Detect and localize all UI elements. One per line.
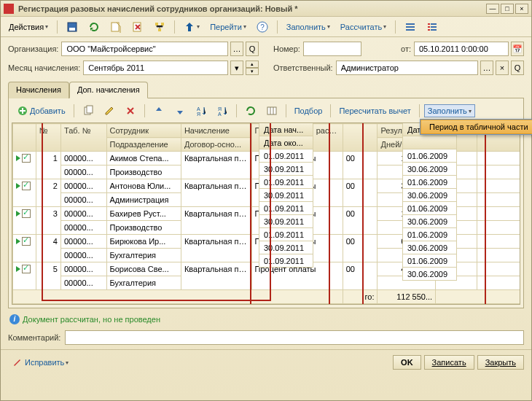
ok-button[interactable]: OK — [393, 355, 421, 370]
popup-date-cell: 01.09.2011 — [259, 254, 313, 268]
popup-date-cell: 01.09.2011 — [259, 149, 313, 163]
toolbar-nav-icon[interactable]: ▾ — [180, 19, 203, 35]
row-flag-icon — [16, 155, 20, 161]
refresh-icon[interactable] — [241, 103, 260, 119]
month-down[interactable]: ▾ — [246, 68, 259, 75]
main-toolbar: Действия▾ ▾ Перейти▾ ? Заполнить▾ Рассчи… — [1, 17, 531, 37]
sort-asc-icon[interactable]: AЯ — [192, 103, 211, 119]
calendar-icon[interactable]: 📅 — [511, 42, 524, 56]
copy-row-icon[interactable] — [79, 103, 98, 119]
toolbar-list1-icon[interactable] — [401, 19, 420, 35]
row-checkbox[interactable] — [22, 154, 31, 163]
tab-additional[interactable]: Доп. начисления — [69, 82, 148, 98]
tab-panel: Добавить AЯ ЯA Подбор Пересчитать вычет … — [8, 98, 524, 308]
number-input[interactable] — [303, 42, 361, 56]
toolbar-unpost-icon[interactable] — [128, 19, 147, 35]
delete-row-icon[interactable] — [121, 103, 140, 119]
comment-label: Комментарий: — [8, 333, 60, 342]
save-button[interactable]: Записать — [424, 355, 474, 370]
org-input[interactable] — [61, 42, 228, 56]
toolbar-list2-icon[interactable] — [423, 19, 442, 35]
end-date-cell: 30.06.2009 — [403, 268, 456, 281]
resp-input[interactable] — [336, 61, 478, 75]
columns-icon[interactable] — [262, 103, 281, 119]
app-icon — [4, 4, 14, 14]
fill-menu-period[interactable]: Период в табличной части — [420, 120, 532, 134]
org-label: Организация: — [8, 44, 58, 53]
row-checkbox[interactable] — [22, 209, 31, 218]
comment-input[interactable] — [65, 330, 524, 345]
fix-dropdown[interactable]: Исправить▾ — [8, 354, 72, 370]
move-up-icon[interactable] — [149, 103, 168, 119]
goto-menu[interactable]: Перейти▾ — [206, 20, 250, 34]
svg-text:Я: Я — [197, 112, 200, 117]
row-flag-icon — [16, 211, 20, 217]
col-contract[interactable]: Договор-осно... — [181, 138, 251, 152]
sort-desc-icon[interactable]: ЯA — [213, 103, 232, 119]
svg-rect-25 — [267, 107, 276, 114]
col-dept[interactable]: Подразделение — [106, 138, 181, 152]
row-flag-icon — [16, 238, 20, 244]
fill-dropdown-menu: Период в табличной части — [420, 119, 532, 135]
selection-button[interactable]: Подбор — [291, 104, 326, 117]
svg-rect-13 — [431, 23, 437, 25]
col-tabn[interactable]: Таб. № — [60, 124, 106, 152]
svg-rect-12 — [428, 23, 430, 25]
svg-text:A: A — [197, 106, 200, 112]
end-date-cell: 01.06.2009 — [403, 176, 456, 189]
grid: № Таб. № Сотрудник Начисление Показатели… — [12, 122, 520, 305]
row-checkbox[interactable] — [22, 237, 31, 246]
sub-toolbar: Добавить AЯ ЯA Подбор Пересчитать вычет … — [12, 101, 520, 120]
actions-menu[interactable]: Действия▾ — [5, 20, 52, 34]
resp-label: Ответственный: — [273, 63, 333, 72]
row-checkbox[interactable] — [22, 265, 31, 273]
info-icon: i — [9, 314, 20, 324]
toolbar-structure-icon[interactable] — [150, 19, 169, 35]
org-open-button[interactable]: Q — [246, 42, 259, 56]
row-flag-icon — [16, 266, 20, 272]
popup-date-cell: 01.09.2011 — [259, 228, 313, 241]
calc-menu[interactable]: Рассчитать▾ — [337, 20, 390, 34]
footer-area: i Документ рассчитан, но не проведен Ком… — [8, 313, 524, 345]
month-input[interactable] — [83, 61, 228, 75]
col-n[interactable]: № — [36, 124, 60, 152]
toolbar-post-icon[interactable] — [106, 19, 125, 35]
end-date-cell: 30.06.2009 — [403, 241, 456, 254]
svg-rect-5 — [161, 23, 164, 26]
resp-open-button[interactable]: Q — [511, 61, 524, 75]
org-select-button[interactable]: … — [230, 42, 243, 56]
month-dropdown-icon[interactable]: ▾ — [230, 61, 243, 75]
move-down-icon[interactable] — [171, 103, 189, 119]
toolbar-save-icon[interactable] — [63, 19, 82, 35]
add-row-button[interactable]: Добавить — [13, 103, 69, 119]
close-button[interactable]: × — [515, 4, 528, 14]
resp-clear-button[interactable]: × — [496, 61, 509, 75]
svg-rect-6 — [158, 28, 161, 31]
resp-select-button[interactable]: … — [480, 61, 493, 75]
col-emp[interactable]: Сотрудник — [106, 124, 181, 138]
date-input[interactable] — [414, 42, 509, 56]
end-date-cell: 30.06.2009 — [403, 163, 456, 176]
popup-date-cell: 01.09.2011 — [259, 202, 313, 215]
svg-rect-1 — [69, 28, 75, 31]
close-button-bottom[interactable]: Закрыть — [477, 355, 524, 370]
from-label: от: — [401, 44, 411, 53]
col-accr[interactable]: Начисление — [181, 124, 251, 138]
month-up[interactable]: ▴ — [246, 61, 259, 68]
minimize-button[interactable]: — — [486, 4, 499, 14]
edit-row-icon[interactable] — [100, 103, 119, 119]
fill-menu-top[interactable]: Заполнить▾ — [283, 20, 334, 34]
maximize-button[interactable]: □ — [501, 4, 514, 14]
month-label: Месяц начисления: — [8, 63, 80, 72]
end-dates-column: Дата око... 01.06.200930.06.200901.06.20… — [402, 123, 457, 281]
row-checkbox[interactable] — [22, 182, 31, 190]
fill-dropdown[interactable]: Заполнить ▾ — [424, 104, 475, 117]
bottom-bar: Исправить▾ OK Записать Закрыть — [1, 349, 531, 375]
tab-accruals[interactable]: Начисления — [8, 82, 69, 98]
number-label: Номер: — [273, 44, 300, 53]
popup-header-start: Дата нач... — [259, 123, 313, 136]
recalc-button[interactable]: Пересчитать вычет — [335, 104, 414, 117]
help-icon[interactable]: ? — [253, 19, 272, 35]
svg-rect-10 — [406, 26, 415, 28]
toolbar-refresh-icon[interactable] — [85, 19, 103, 35]
